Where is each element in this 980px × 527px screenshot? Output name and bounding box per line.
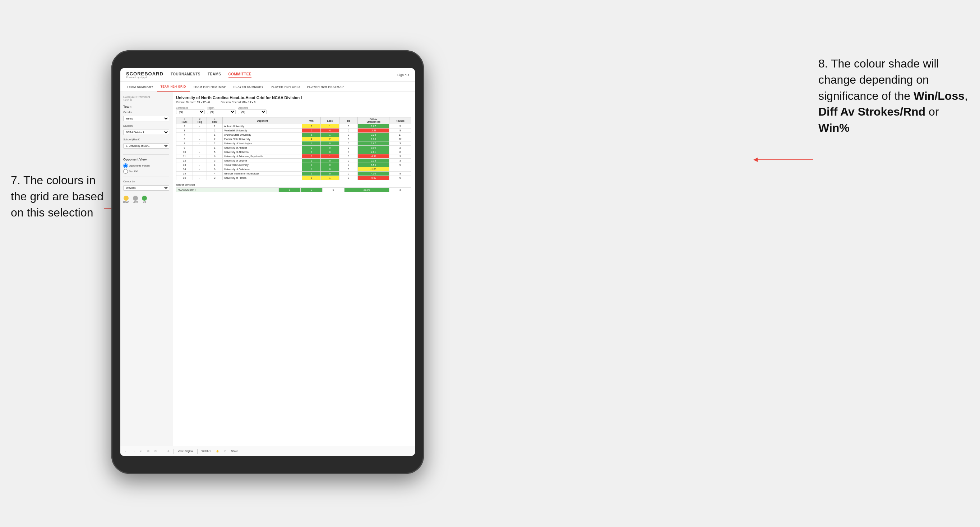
cell-name: Vanderbilt University xyxy=(223,129,302,133)
cell-loss: 0 xyxy=(321,167,339,171)
main-content: Last Updated: 27/03/202416:55:38 Team Ge… xyxy=(120,92,415,446)
sidebar-school-label: School (Rank) xyxy=(123,138,169,141)
filter-opponent: Opponent (All) xyxy=(238,106,267,114)
col-diff: Diff AvStrokes/Rnd xyxy=(358,117,389,124)
nav-tournaments[interactable]: TOURNAMENTS xyxy=(171,72,200,78)
toolbar-watch[interactable]: Watch ▾ xyxy=(200,449,212,453)
toolbar-bell[interactable]: 🔔 xyxy=(215,449,220,453)
cell-tie: 0 xyxy=(339,137,358,141)
sign-out[interactable]: | Sign out xyxy=(396,73,409,77)
out-cell-win: 1 xyxy=(278,188,300,192)
cell-conf: 0 xyxy=(207,167,223,171)
table-row: 11 - 6 University of Arkansas, Fayettevi… xyxy=(177,154,411,159)
table-row: 13 - 1 Texas Tech University 3 0 0 5.56 … xyxy=(177,163,411,167)
cell-name: Texas Tech University xyxy=(223,163,302,167)
cell-win: 3 xyxy=(302,163,321,167)
bottom-toolbar: ← → ↩ ⊞ ⊡ · ⊕ View: Original Watch ▾ 🔔 ⬡… xyxy=(120,446,415,456)
sidebar-school-select[interactable]: 1. University of Nort... xyxy=(123,143,169,149)
out-cell-name: NCAA Division II xyxy=(177,188,279,192)
cell-rank: 4 xyxy=(177,133,193,137)
annotation-left: 7. The colours in the grid are based on … xyxy=(11,172,111,221)
sub-nav-team-summary[interactable]: TEAM SUMMARY xyxy=(123,82,157,92)
conference-select[interactable]: (All) xyxy=(176,110,205,114)
toolbar-share[interactable]: Share xyxy=(230,449,239,453)
sub-nav-player-h2h-grid[interactable]: PLAYER H2H GRID xyxy=(267,82,304,92)
cell-conf: 6 xyxy=(207,154,223,159)
cell-loss: 1 xyxy=(321,176,339,180)
toolbar-redo[interactable]: → xyxy=(132,449,136,453)
toolbar-undo[interactable]: ← xyxy=(124,449,129,453)
cell-win: 5 xyxy=(302,133,321,137)
cell-rounds: 9 xyxy=(389,163,411,167)
cell-rounds: 8 xyxy=(389,150,411,154)
cell-win: 1 xyxy=(302,159,321,163)
cell-rounds: 9 xyxy=(389,124,411,129)
cell-rounds: 3 xyxy=(389,159,411,163)
toolbar-reset[interactable]: ↩ xyxy=(139,449,143,453)
data-table: #Rank #Reg #Conf Opponent Win Loss Tie D… xyxy=(176,117,411,180)
cell-diff: -4.33 xyxy=(358,154,389,159)
out-division-table: NCAA Division II 1 0 0 26.00 3 xyxy=(176,187,411,192)
table-row: 3 - 2 Vanderbilt University 0 4 0 -2.29 … xyxy=(177,129,411,133)
cell-loss: 1 xyxy=(321,133,339,137)
cell-tie: 0 xyxy=(339,129,358,133)
region-select[interactable]: (All) xyxy=(207,110,235,114)
cell-win: 5 xyxy=(302,171,321,176)
cell-loss: 2 xyxy=(321,137,339,141)
legend-level-dot xyxy=(133,196,138,201)
cell-tie: 0 xyxy=(339,163,358,167)
cell-rank: 6 xyxy=(177,137,193,141)
conference-label: Conference xyxy=(176,106,205,109)
cell-rounds: 12 xyxy=(389,137,411,141)
nav-teams[interactable]: TEAMS xyxy=(208,72,221,78)
out-cell-tie: 0 xyxy=(322,188,344,192)
sub-nav-player-h2h-heatmap[interactable]: PLAYER H2H HEATMAP xyxy=(304,82,347,92)
cell-win: 1 xyxy=(302,141,321,146)
sub-nav-team-h2h-grid[interactable]: TEAM H2H GRID xyxy=(157,82,190,92)
toolbar-grid2[interactable]: ⊡ xyxy=(153,449,158,453)
cell-tie: 0 xyxy=(339,171,358,176)
cell-name: University of Alabama xyxy=(223,150,302,154)
division-record: Division Record: 88 - 17 - 0 xyxy=(221,100,255,104)
cell-diff: 9.00 xyxy=(358,146,389,150)
cell-loss: 1 xyxy=(321,154,339,159)
sidebar-radio-top100[interactable]: Top 100 xyxy=(123,169,169,174)
out-cell-diff: 26.00 xyxy=(344,188,389,192)
toolbar-circle[interactable]: ⊕ xyxy=(166,449,171,453)
col-opponent: Opponent xyxy=(223,117,302,124)
cell-reg: - xyxy=(192,146,207,150)
filter-conference: Conference (All) xyxy=(176,106,205,114)
sidebar-timestamp: Last Updated: 27/03/202416:55:38 xyxy=(123,95,169,102)
table-row: 12 - 3 University of Virginia 1 0 0 2.33… xyxy=(177,159,411,163)
sub-nav-team-h2h-heatmap[interactable]: TEAM H2H HEATMAP xyxy=(190,82,230,92)
cell-diff: 4.50 xyxy=(358,171,389,176)
cell-name: University of Florida xyxy=(223,176,302,180)
cell-win: 3 xyxy=(302,176,321,180)
sub-nav-player-summary[interactable]: PLAYER SUMMARY xyxy=(230,82,267,92)
cell-win: 2 xyxy=(302,124,321,129)
sidebar-colour-by-select[interactable]: Win/loss xyxy=(123,185,169,190)
table-row: 2 - 1 Auburn University 2 1 0 1.67 9 xyxy=(177,124,411,129)
table-header: #Rank #Reg #Conf Opponent Win Loss Tie D… xyxy=(177,117,411,124)
toolbar-dot[interactable]: · xyxy=(161,449,164,453)
sidebar-gender-select[interactable]: Men's xyxy=(123,116,169,121)
cell-rounds: 9 xyxy=(389,171,411,176)
cell-rank: 16 xyxy=(177,176,193,180)
cell-rank: 3 xyxy=(177,129,193,133)
cell-reg: - xyxy=(192,137,207,141)
sidebar-division-select[interactable]: NCAA Division I xyxy=(123,130,169,135)
cell-rank: 15 xyxy=(177,171,193,176)
cell-rank: 13 xyxy=(177,163,193,167)
table-row: 4 - 1 Arizona State University 5 1 0 2.2… xyxy=(177,133,411,137)
cell-tie: 0 xyxy=(339,124,358,129)
toolbar-view[interactable]: View: Original xyxy=(177,449,194,453)
toolbar-grid1[interactable]: ⊞ xyxy=(146,449,151,453)
out-of-division: Out of division NCAA Division II 1 0 0 2… xyxy=(176,183,411,192)
cell-diff: 2.28 xyxy=(358,133,389,137)
opponent-select[interactable]: (All) xyxy=(238,110,267,114)
toolbar-hex[interactable]: ⬡ xyxy=(223,449,228,453)
sidebar-radio-opponents-played[interactable]: Opponents Played xyxy=(123,163,169,168)
cell-diff: -1.00 xyxy=(358,167,389,171)
nav-committee[interactable]: COMMITTEE xyxy=(229,72,252,78)
table-row: 10 - 5 University of Alabama 3 0 0 2.61 … xyxy=(177,150,411,154)
